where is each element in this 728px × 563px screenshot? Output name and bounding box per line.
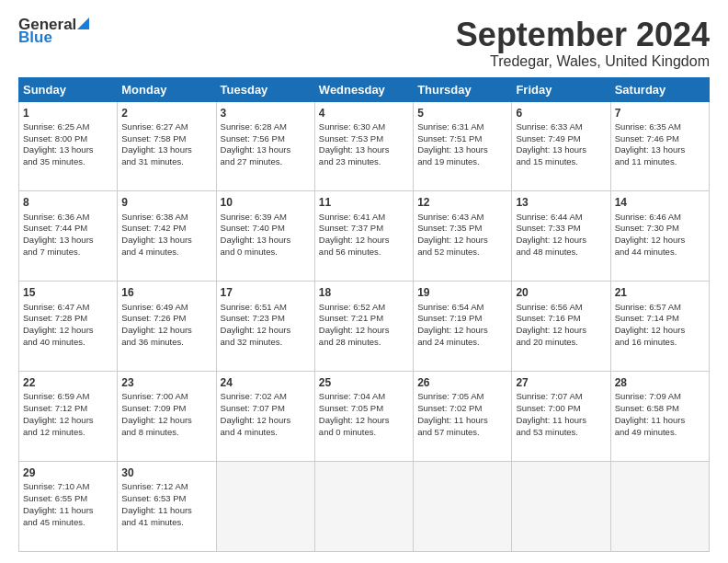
day-number: 23	[121, 375, 211, 390]
day-number: 4	[319, 106, 409, 121]
table-row: 25Sunrise: 7:04 AM Sunset: 7:05 PM Dayli…	[314, 372, 413, 462]
col-sunday: Sunday	[19, 77, 118, 101]
page: General Blue September 2024 Tredegar, Wa…	[0, 0, 728, 563]
day-number: 19	[417, 285, 507, 300]
table-row: 4Sunrise: 6:30 AM Sunset: 7:53 PM Daylig…	[314, 101, 413, 191]
col-friday: Friday	[512, 77, 610, 101]
day-info: Sunrise: 7:12 AM Sunset: 6:53 PM Dayligh…	[121, 481, 192, 526]
day-number: 24	[221, 375, 311, 390]
day-info: Sunrise: 7:05 AM Sunset: 7:02 PM Dayligh…	[417, 391, 488, 436]
day-number: 18	[319, 285, 409, 300]
title-block: September 2024 Tredegar, Wales, United K…	[456, 17, 710, 70]
day-number: 13	[516, 195, 606, 210]
table-row: 6Sunrise: 6:33 AM Sunset: 7:49 PM Daylig…	[512, 101, 610, 191]
logo: General Blue	[18, 17, 89, 45]
table-row	[610, 462, 709, 552]
calendar-week-row: 15Sunrise: 6:47 AM Sunset: 7:28 PM Dayli…	[19, 282, 710, 372]
calendar-week-row: 1Sunrise: 6:25 AM Sunset: 8:00 PM Daylig…	[19, 101, 710, 191]
day-info: Sunrise: 7:07 AM Sunset: 7:00 PM Dayligh…	[516, 391, 586, 436]
table-row: 20Sunrise: 6:56 AM Sunset: 7:16 PM Dayli…	[512, 282, 610, 372]
day-info: Sunrise: 6:35 AM Sunset: 7:46 PM Dayligh…	[615, 121, 686, 167]
table-row: 11Sunrise: 6:41 AM Sunset: 7:37 PM Dayli…	[314, 191, 413, 282]
day-info: Sunrise: 6:28 AM Sunset: 7:56 PM Dayligh…	[221, 121, 291, 167]
day-info: Sunrise: 7:02 AM Sunset: 7:07 PM Dayligh…	[221, 391, 291, 436]
day-info: Sunrise: 6:46 AM Sunset: 7:30 PM Dayligh…	[615, 212, 686, 257]
table-row: 12Sunrise: 6:43 AM Sunset: 7:35 PM Dayli…	[414, 191, 512, 282]
day-info: Sunrise: 7:00 AM Sunset: 7:09 PM Dayligh…	[121, 391, 192, 436]
table-row: 28Sunrise: 7:09 AM Sunset: 6:58 PM Dayli…	[610, 372, 709, 462]
day-number: 21	[615, 285, 705, 300]
day-info: Sunrise: 6:31 AM Sunset: 7:51 PM Dayligh…	[417, 121, 488, 167]
table-row: 13Sunrise: 6:44 AM Sunset: 7:33 PM Dayli…	[512, 191, 610, 282]
day-number: 15	[23, 285, 113, 300]
calendar-week-row: 8Sunrise: 6:36 AM Sunset: 7:44 PM Daylig…	[19, 191, 710, 282]
col-thursday: Thursday	[414, 77, 512, 101]
day-number: 11	[319, 195, 409, 210]
logo-blue-text: Blue	[18, 29, 89, 45]
table-row: 18Sunrise: 6:52 AM Sunset: 7:21 PM Dayli…	[314, 282, 413, 372]
location: Tredegar, Wales, United Kingdom	[456, 53, 710, 70]
day-number: 22	[23, 375, 113, 390]
day-number: 5	[417, 106, 507, 121]
day-number: 20	[516, 285, 606, 300]
table-row: 26Sunrise: 7:05 AM Sunset: 7:02 PM Dayli…	[414, 372, 512, 462]
day-number: 10	[221, 195, 311, 210]
day-info: Sunrise: 6:56 AM Sunset: 7:16 PM Dayligh…	[516, 302, 586, 347]
table-row: 10Sunrise: 6:39 AM Sunset: 7:40 PM Dayli…	[216, 191, 314, 282]
table-row: 30Sunrise: 7:12 AM Sunset: 6:53 PM Dayli…	[118, 462, 216, 552]
table-row: 5Sunrise: 6:31 AM Sunset: 7:51 PM Daylig…	[414, 101, 512, 191]
day-info: Sunrise: 6:30 AM Sunset: 7:53 PM Dayligh…	[319, 121, 390, 167]
day-info: Sunrise: 7:09 AM Sunset: 6:58 PM Dayligh…	[615, 391, 686, 436]
day-number: 14	[615, 195, 705, 210]
day-info: Sunrise: 7:04 AM Sunset: 7:05 PM Dayligh…	[319, 391, 390, 436]
table-row: 8Sunrise: 6:36 AM Sunset: 7:44 PM Daylig…	[19, 191, 118, 282]
day-info: Sunrise: 6:54 AM Sunset: 7:19 PM Dayligh…	[417, 302, 488, 347]
table-row: 27Sunrise: 7:07 AM Sunset: 7:00 PM Dayli…	[512, 372, 610, 462]
col-tuesday: Tuesday	[216, 77, 314, 101]
table-row: 14Sunrise: 6:46 AM Sunset: 7:30 PM Dayli…	[610, 191, 709, 282]
day-number: 7	[615, 106, 705, 121]
table-row: 3Sunrise: 6:28 AM Sunset: 7:56 PM Daylig…	[216, 101, 314, 191]
table-row: 24Sunrise: 7:02 AM Sunset: 7:07 PM Dayli…	[216, 372, 314, 462]
day-info: Sunrise: 6:38 AM Sunset: 7:42 PM Dayligh…	[121, 212, 192, 257]
logo-arrow-icon	[77, 17, 89, 29]
table-row: 1Sunrise: 6:25 AM Sunset: 8:00 PM Daylig…	[19, 101, 118, 191]
table-row: 29Sunrise: 7:10 AM Sunset: 6:55 PM Dayli…	[19, 462, 118, 552]
day-info: Sunrise: 6:59 AM Sunset: 7:12 PM Dayligh…	[23, 391, 94, 436]
table-row	[414, 462, 512, 552]
header: General Blue September 2024 Tredegar, Wa…	[18, 17, 710, 70]
table-row: 7Sunrise: 6:35 AM Sunset: 7:46 PM Daylig…	[610, 101, 709, 191]
table-row: 19Sunrise: 6:54 AM Sunset: 7:19 PM Dayli…	[414, 282, 512, 372]
col-wednesday: Wednesday	[314, 77, 413, 101]
day-info: Sunrise: 6:43 AM Sunset: 7:35 PM Dayligh…	[417, 212, 488, 257]
day-info: Sunrise: 7:10 AM Sunset: 6:55 PM Dayligh…	[23, 481, 94, 526]
table-row: 16Sunrise: 6:49 AM Sunset: 7:26 PM Dayli…	[118, 282, 216, 372]
day-number: 2	[121, 106, 211, 121]
day-number: 17	[221, 285, 311, 300]
table-row: 15Sunrise: 6:47 AM Sunset: 7:28 PM Dayli…	[19, 282, 118, 372]
day-number: 3	[221, 106, 311, 121]
col-monday: Monday	[118, 77, 216, 101]
day-number: 30	[121, 465, 211, 480]
day-info: Sunrise: 6:44 AM Sunset: 7:33 PM Dayligh…	[516, 212, 586, 257]
day-number: 16	[121, 285, 211, 300]
day-number: 9	[121, 195, 211, 210]
day-number: 6	[516, 106, 606, 121]
day-info: Sunrise: 6:41 AM Sunset: 7:37 PM Dayligh…	[319, 212, 390, 257]
day-info: Sunrise: 6:39 AM Sunset: 7:40 PM Dayligh…	[221, 212, 291, 257]
day-info: Sunrise: 6:27 AM Sunset: 7:58 PM Dayligh…	[121, 121, 192, 167]
day-info: Sunrise: 6:52 AM Sunset: 7:21 PM Dayligh…	[319, 302, 390, 347]
table-row: 22Sunrise: 6:59 AM Sunset: 7:12 PM Dayli…	[19, 372, 118, 462]
month-title: September 2024	[456, 17, 710, 53]
day-number: 12	[417, 195, 507, 210]
table-row: 23Sunrise: 7:00 AM Sunset: 7:09 PM Dayli…	[118, 372, 216, 462]
table-row	[216, 462, 314, 552]
day-info: Sunrise: 6:33 AM Sunset: 7:49 PM Dayligh…	[516, 121, 586, 167]
day-number: 25	[319, 375, 409, 390]
table-row	[512, 462, 610, 552]
calendar-week-row: 22Sunrise: 6:59 AM Sunset: 7:12 PM Dayli…	[19, 372, 710, 462]
table-row: 9Sunrise: 6:38 AM Sunset: 7:42 PM Daylig…	[118, 191, 216, 282]
day-number: 27	[516, 375, 606, 390]
day-info: Sunrise: 6:47 AM Sunset: 7:28 PM Dayligh…	[23, 302, 94, 347]
calendar-week-row: 29Sunrise: 7:10 AM Sunset: 6:55 PM Dayli…	[19, 462, 710, 552]
